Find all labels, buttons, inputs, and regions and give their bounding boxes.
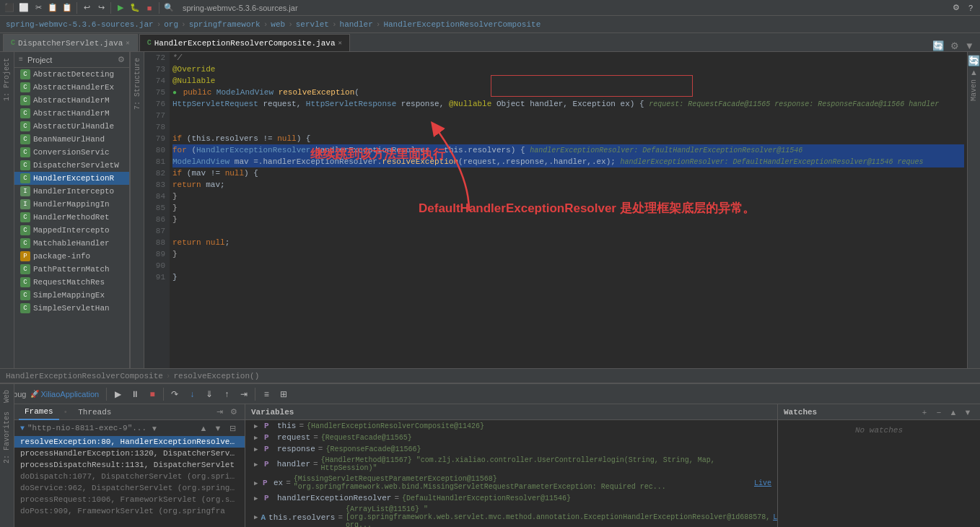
watches-add-btn[interactable]: + [918,406,931,419]
maven-sync-btn[interactable]: 🔄 [968,55,980,66]
sidebar-item-1[interactable]: CAbstractHandlerEx [14,81,129,94]
debug-btn-step-over[interactable]: ↷ [167,386,183,402]
var-item-4[interactable]: ▶Pex = {MissingServletRequestParameterEx… [245,474,777,492]
frames-filter-btn[interactable]: ⇥ [213,406,226,419]
breadcrumb-class[interactable]: HandlerExceptionResolverComposite [383,20,541,29]
collapse-btn[interactable]: ▼ [962,40,977,51]
var-item-1[interactable]: ▶Prequest = {RequestFacade@11565} [245,432,777,443]
sidebar-item-10[interactable]: IHandlerMappingIn [14,198,129,211]
thread-dropdown-btn[interactable]: ▼ [151,424,158,432]
debug-btn-force-step[interactable]: ⇓ [201,386,217,402]
breadcrumb-project[interactable]: spring-webmvc-5.3.6-sources.jar [6,20,154,29]
project-label[interactable]: 1: Project [1,55,12,104]
var-link-4[interactable]: Live [754,479,771,487]
thread-up-btn[interactable]: ▲ [197,422,210,435]
sidebar-item-4[interactable]: CAbstractUrlHandle [14,120,129,133]
toolbar-btn-help[interactable]: ? [964,1,977,14]
sync-btn[interactable]: 🔄 [929,40,948,51]
toolbar-btn-4[interactable]: 📋 [46,1,59,14]
tab-handler-exception[interactable]: C HandlerExceptionResolverComposite.java… [139,34,350,51]
breadcrumb-servlet[interactable]: servlet [296,20,329,29]
toolbar-btn-1[interactable]: ⬛ [3,1,16,14]
sidebar-item-17[interactable]: CSimpleMappingEx [14,289,129,302]
toolbar-btn-stop[interactable]: ■ [143,1,156,14]
sidebar-item-5[interactable]: CBeanNameUrlHand [14,133,129,146]
sidebar-item-14[interactable]: Ppackage-info [14,250,129,263]
var-link-6[interactable]: Live [773,513,777,521]
sidebar-item-6[interactable]: CConversionServic [14,146,129,159]
debug-btn-step-out[interactable]: ↑ [219,386,235,402]
watches-up-btn[interactable]: ▲ [947,406,960,419]
toolbar-btn-5[interactable]: 📋 [61,1,74,14]
toolbar-btn-3[interactable]: ✂ [32,1,45,14]
sidebar-item-16[interactable]: CRequestMatchRes [14,276,129,289]
web-label[interactable]: Web [1,387,12,406]
debug-btn-stop[interactable]: ■ [144,386,160,402]
sidebar-item-0[interactable]: CAbstractDetecting [14,68,129,81]
frame-item-3[interactable]: doDispatch:1077, DispatcherServlet (org.… [14,471,245,482]
var-name-6: this.resolvers [268,513,335,522]
tab-close-handler[interactable]: ✕ [338,39,342,47]
debug-btn-run-cursor[interactable]: ⇥ [236,386,252,402]
settings-editor-btn[interactable]: ⚙ [948,40,962,51]
thread-filter-btn[interactable]: ⊟ [226,422,239,435]
frame-item-0[interactable]: resolveException:80, HandlerExceptionRes… [14,436,245,448]
frame-item-6[interactable]: doPost:909, FrameworkServlet (org.spring… [14,505,245,517]
status-bar: HandlerExceptionResolverComposite › reso… [0,368,980,383]
toolbar-btn-undo[interactable]: ↩ [80,1,93,14]
debug-btn-pause[interactable]: ⏸ [127,386,143,402]
debug-btn-step-into[interactable]: ↓ [184,386,200,402]
breadcrumb-handler[interactable]: handler [340,20,373,29]
sidebar-item-9[interactable]: IHandlerIntercepto [14,185,129,198]
sidebar-item-7[interactable]: CDispatcherServletW [14,159,129,172]
sidebar-item-18[interactable]: CSimpleServletHan [14,302,129,315]
toolbar-btn-redo[interactable]: ↪ [95,1,108,14]
sidebar-item-11[interactable]: CHandlerMethodRet [14,211,129,224]
maven-label[interactable]: Maven [970,77,978,104]
structure-label[interactable]: 7: Structure [132,55,143,113]
tab-dispatcher[interactable]: C DispatcherServlet.java ✕ [3,34,138,51]
threads-tab[interactable]: Threads [72,404,117,420]
debug-btn-frames[interactable]: ⊞ [276,386,292,402]
project-settings-btn[interactable]: ⚙ [118,55,125,64]
maven-collapse-btn[interactable]: ▲ [970,68,978,77]
frame-item-2[interactable]: processDispatchResult:1131, DispatcherSe… [14,459,245,471]
tab-close-dispatcher[interactable]: ✕ [126,39,129,47]
sidebar-item-15[interactable]: CPathPatternMatch [14,263,129,276]
var-item-5[interactable]: ▶PhandlerExceptionResolver = {DefaultHan… [245,492,777,504]
toolbar-btn-search[interactable]: 🔍 [162,1,175,14]
frame-item-4[interactable]: doService:962, DispatcherServlet (org.sp… [14,482,245,494]
breadcrumb-springframework[interactable]: springframework [189,20,261,29]
var-item-3[interactable]: ▶Phandler = {HandlerMethod@11567} "com.z… [245,455,777,474]
toolbar-btn-2[interactable]: ⬜ [17,1,30,14]
sidebar-item-12[interactable]: CMappedIntercepto [14,224,129,237]
toolbar-btn-run[interactable]: ▶ [114,1,127,14]
code-editor[interactable]: 7273747576777879808182838485868788899091… [144,52,967,368]
frame-item-1[interactable]: processHandlerException:1320, Dispatcher… [14,448,245,459]
sidebar-item-3[interactable]: CAbstractHandlerM [14,107,129,120]
sidebar-icon-17: C [20,290,30,300]
var-item-6[interactable]: ▶Athis.resolvers = {ArrayList@11516} "[o… [245,504,777,527]
var-item-2[interactable]: ▶Presponse = {ResponseFacade@11566} [245,443,777,455]
favorites-label[interactable]: 2: Favorites [1,409,12,466]
watches-down-btn[interactable]: ▼ [961,406,974,419]
thread-down-btn[interactable]: ▼ [211,422,224,435]
frames-settings-btn[interactable]: ⚙ [227,406,240,419]
line-num-74: 74 [144,75,165,87]
var-val-6: {ArrayList@11516} "[org.springframework.… [346,505,770,527]
thread-dropdown[interactable]: "http-nio-8811-exec-9"... [27,424,146,432]
sidebar-item-2[interactable]: CAbstractHandlerM [14,94,129,107]
breadcrumb-org[interactable]: org [164,20,178,29]
var-item-0[interactable]: ▶Pthis = {HandlerExceptionResolverCompos… [245,420,777,432]
watches-controls: + − ▲ ▼ [918,406,974,419]
sidebar-item-13[interactable]: CMatchableHandler [14,237,129,250]
sidebar-item-8[interactable]: CHandlerExceptionR [14,172,129,185]
watches-remove-btn[interactable]: − [932,406,945,419]
debug-btn-resume[interactable]: ▶ [110,386,126,402]
frame-item-5[interactable]: processRequest:1006, FrameworkServlet (o… [14,494,245,505]
breadcrumb-web[interactable]: web [271,20,285,29]
debug-btn-eval[interactable]: ≡ [258,386,274,402]
toolbar-btn-settings[interactable]: ⚙ [950,1,963,14]
frames-tab[interactable]: Frames [19,404,59,420]
toolbar-btn-debug[interactable]: 🐛 [128,1,141,14]
